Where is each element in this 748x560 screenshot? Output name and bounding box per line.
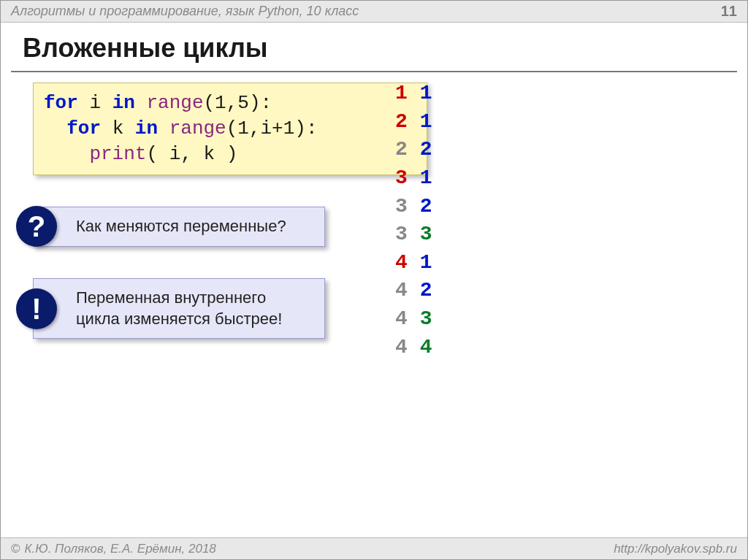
- output-row: 2 1: [395, 108, 432, 137]
- footer-bar: © К.Ю. Поляков, Е.А. Ерёмин, 2018 http:/…: [1, 537, 747, 559]
- output-k: 3: [420, 307, 432, 330]
- output-row: 2 2: [395, 136, 432, 164]
- exclaim-badge-icon: !: [16, 288, 57, 329]
- code-line-2: for k in range(1,i+1):: [44, 116, 416, 142]
- output-k: 4: [420, 336, 432, 358]
- page-title: Вложенные циклы: [1, 23, 747, 71]
- output-k: 1: [420, 82, 432, 104]
- copyright-icon: ©: [11, 542, 20, 556]
- question-badge-icon: ?: [16, 206, 57, 247]
- kw-print: print: [89, 143, 146, 165]
- footer-authors: К.Ю. Поляков, Е.А. Ерёмин, 2018: [25, 542, 216, 556]
- output-k: 2: [420, 279, 432, 302]
- output-i: 4: [395, 279, 408, 302]
- kw-for: for: [44, 92, 78, 114]
- header-subject: Алгоритмы и программирование, язык Pytho…: [11, 4, 359, 19]
- callout-exclaim: ! Переменная внутреннего цикла изменяетс…: [33, 278, 325, 339]
- page-number: 11: [721, 3, 737, 20]
- output-row: 4 1: [395, 249, 432, 277]
- callout-exclaim-text: Переменная внутреннего цикла изменяется …: [76, 288, 282, 328]
- output-k: 2: [420, 195, 432, 218]
- output-i: 3: [395, 166, 408, 189]
- output-row: 3 1: [395, 164, 432, 193]
- title-rule: [11, 71, 737, 72]
- kw-in: in: [112, 92, 135, 114]
- output-i: 4: [395, 336, 408, 358]
- output-k: 1: [420, 166, 432, 189]
- ident-i: i: [89, 92, 101, 114]
- output-i: 1: [395, 82, 408, 104]
- footer-copyright: © К.Ю. Поляков, Е.А. Ерёмин, 2018: [11, 542, 216, 556]
- output-k: 3: [420, 223, 432, 245]
- output-k: 1: [420, 110, 432, 133]
- kw-in: in: [135, 118, 158, 139]
- output-i: 4: [395, 251, 408, 274]
- output-column: 1 12 12 23 13 23 34 14 24 34 4: [395, 80, 432, 361]
- code-block: for i in range(1,5): for k in range(1,i+…: [33, 83, 427, 175]
- code-line-1: for i in range(1,5):: [44, 91, 416, 116]
- callout-question-text: Как меняются переменные?: [76, 217, 286, 235]
- header-bar: Алгоритмы и программирование, язык Pytho…: [1, 1, 747, 23]
- output-i: 3: [395, 195, 408, 218]
- output-k: 1: [420, 251, 432, 274]
- print-args: ( i, k ): [146, 143, 237, 165]
- output-i: 4: [395, 307, 408, 330]
- ident-k: k: [112, 118, 124, 139]
- callout-question: ? Как меняются переменные?: [33, 207, 325, 247]
- range-args-2: (1,i+1):: [226, 118, 318, 139]
- range-args-1: (1,5):: [203, 92, 272, 114]
- output-row: 4 2: [395, 277, 432, 305]
- output-i: 2: [395, 138, 408, 161]
- output-row: 1 1: [395, 80, 432, 108]
- output-i: 3: [395, 223, 408, 245]
- output-row: 3 2: [395, 193, 432, 221]
- kw-range: range: [146, 92, 203, 114]
- output-i: 2: [395, 110, 408, 133]
- output-row: 3 3: [395, 220, 432, 249]
- kw-for: for: [66, 118, 101, 139]
- footer-url: http://kpolyakov.spb.ru: [614, 542, 737, 556]
- output-row: 4 4: [395, 334, 432, 362]
- output-row: 4 3: [395, 305, 432, 334]
- output-k: 2: [420, 138, 432, 161]
- slide: Алгоритмы и программирование, язык Pytho…: [0, 0, 748, 560]
- kw-range: range: [169, 118, 226, 139]
- code-line-3: print( i, k ): [44, 142, 416, 167]
